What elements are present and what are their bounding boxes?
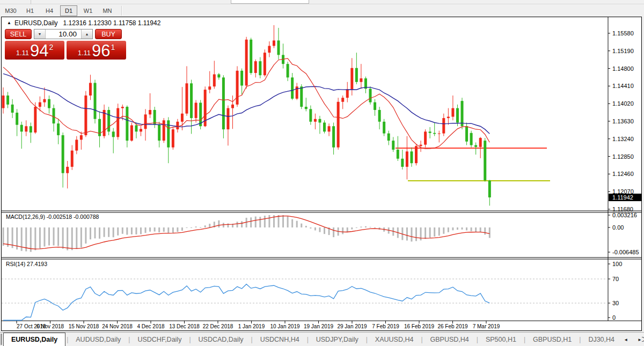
volume-stepper: ▼ ▲ bbox=[34, 29, 93, 39]
tab-bar-grip[interactable] bbox=[1, 334, 2, 345]
toolbar-divider bbox=[121, 6, 122, 16]
timeframe-button-d1[interactable]: D1 bbox=[60, 5, 77, 16]
svg-text:13 Dec 2018: 13 Dec 2018 bbox=[169, 323, 200, 329]
tab-gbpusd-h1[interactable]: GBPUSD,H1 bbox=[525, 333, 579, 346]
svg-text:1.15190: 1.15190 bbox=[612, 48, 634, 54]
symbol-tab-bar: EURUSD,Daily|AUDUSD,Daily|USDCHF,Daily|U… bbox=[0, 332, 644, 346]
ohlc-values: 1.12316 1.12330 1.11758 1.11942 bbox=[63, 19, 161, 27]
macd-indicator-label: MACD(12,26,9) -0.002518 -0.000788 bbox=[6, 214, 99, 220]
svg-text:1.13240: 1.13240 bbox=[612, 136, 634, 142]
timeframe-button-h4[interactable]: H4 bbox=[41, 5, 58, 16]
svg-text:-0.006485: -0.006485 bbox=[612, 249, 639, 255]
tab-audusd-daily[interactable]: AUDUSD,Daily bbox=[68, 333, 128, 346]
tab-items: EURUSD,Daily|AUDUSD,Daily|USDCHF,Daily|U… bbox=[3, 333, 644, 346]
svg-text:1.14800: 1.14800 bbox=[612, 65, 634, 72]
tab-xauusd-h4[interactable]: XAUUSD,H4 bbox=[368, 333, 421, 346]
ask-price-tile[interactable]: 1.11 96 1 bbox=[67, 41, 126, 60]
timeframe-buttons: M30H1H4D1W1MN bbox=[0, 5, 116, 16]
svg-text:70: 70 bbox=[612, 276, 619, 282]
svg-text:4 Dec 2018: 4 Dec 2018 bbox=[137, 323, 165, 329]
chart-canvas[interactable]: 1.155801.151901.148001.144101.140201.136… bbox=[2, 17, 641, 330]
bid-price-tile[interactable]: 1.11 94 2 bbox=[5, 41, 64, 60]
tab-usdcad-daily[interactable]: USDCAD,Daily bbox=[191, 333, 251, 346]
volume-increase-button[interactable]: ▲ bbox=[81, 30, 92, 39]
svg-text:29 Jan 2019: 29 Jan 2019 bbox=[337, 323, 367, 329]
volume-decrease-button[interactable]: ▼ bbox=[34, 30, 46, 39]
toolbar-separator bbox=[31, 0, 31, 4]
svg-text:1.12850: 1.12850 bbox=[612, 153, 634, 160]
one-click-trade-panel: SELL ▼ ▲ BUY 1.11 94 2 1.11 96 1 bbox=[5, 29, 126, 60]
timeframe-button-w1[interactable]: W1 bbox=[79, 5, 97, 16]
tab-eurusd-daily[interactable]: EURUSD,Daily bbox=[3, 333, 65, 346]
svg-text:15 Nov 2018: 15 Nov 2018 bbox=[69, 323, 99, 329]
chart-title: ▲ EURUSD,Daily 1.12316 1.12330 1.11758 1… bbox=[7, 19, 160, 27]
svg-text:100: 100 bbox=[612, 261, 622, 267]
top-cutoff-toolbar bbox=[0, 0, 644, 4]
svg-text:30: 30 bbox=[612, 300, 619, 306]
svg-text:1 Jan 2019: 1 Jan 2019 bbox=[238, 323, 265, 329]
tab-usdcnh-h4[interactable]: USDCNH,H4 bbox=[253, 333, 307, 346]
tab-scroll-arrows: ◄ ► bbox=[619, 333, 642, 346]
timeframe-button-m30[interactable]: M30 bbox=[2, 5, 19, 16]
svg-text:0.003216: 0.003216 bbox=[612, 212, 637, 218]
svg-text:0: 0 bbox=[612, 314, 616, 321]
timeframe-toolbar: M30H1H4D1W1MN bbox=[0, 4, 644, 17]
timeframe-button-h1[interactable]: H1 bbox=[21, 5, 39, 16]
svg-text:1.11942: 1.11942 bbox=[612, 194, 633, 201]
toolbar-combobox-fragment bbox=[231, 0, 309, 4]
tab-dj30-h4[interactable]: DJ30,H4 bbox=[581, 333, 622, 346]
rsi-indicator-label: RSI(14) 27.4193 bbox=[6, 261, 47, 267]
svg-text:1.14020: 1.14020 bbox=[612, 100, 634, 107]
svg-text:6 Nov 2018: 6 Nov 2018 bbox=[36, 323, 64, 329]
volume-input[interactable] bbox=[46, 30, 81, 39]
buy-button[interactable]: BUY bbox=[95, 29, 122, 39]
svg-text:7 Mar 2019: 7 Mar 2019 bbox=[473, 323, 500, 329]
svg-text:1.13630: 1.13630 bbox=[612, 118, 634, 124]
svg-text:1.12460: 1.12460 bbox=[612, 171, 634, 177]
collapse-panel-icon[interactable]: ▲ bbox=[7, 20, 11, 25]
bid-price-pips: 94 bbox=[30, 43, 48, 58]
svg-text:26 Feb 2019: 26 Feb 2019 bbox=[437, 323, 468, 329]
svg-text:0.00: 0.00 bbox=[612, 224, 624, 231]
tab-usdjpy-daily[interactable]: USDJPY,Daily bbox=[309, 333, 366, 346]
tab-sp500-h1[interactable]: SP500,H1 bbox=[478, 333, 524, 346]
svg-text:1.15580: 1.15580 bbox=[612, 30, 634, 36]
svg-text:16 Feb 2019: 16 Feb 2019 bbox=[404, 323, 435, 329]
tab-usdchf-daily[interactable]: USDCHF,Daily bbox=[130, 333, 189, 346]
bid-price-prefix: 1.11 bbox=[16, 49, 29, 57]
ask-price-point: 1 bbox=[111, 43, 115, 51]
sell-button[interactable]: SELL bbox=[5, 29, 32, 39]
tab-gbpusd-h4[interactable]: GBPUSD,H4 bbox=[423, 333, 477, 346]
svg-text:22 Dec 2018: 22 Dec 2018 bbox=[203, 323, 233, 329]
svg-text:19 Jan 2019: 19 Jan 2019 bbox=[304, 323, 333, 329]
scroll-tabs-right-icon[interactable]: ► bbox=[638, 337, 642, 342]
ask-price-prefix: 1.11 bbox=[78, 49, 91, 57]
scroll-tabs-left-icon[interactable]: ◄ bbox=[624, 337, 628, 342]
svg-text:7 Feb 2019: 7 Feb 2019 bbox=[372, 323, 399, 329]
svg-text:24 Nov 2018: 24 Nov 2018 bbox=[102, 323, 133, 329]
bid-price-point: 2 bbox=[49, 43, 54, 51]
symbol-period-label: EURUSD,Daily bbox=[14, 19, 58, 27]
svg-text:1.14410: 1.14410 bbox=[612, 83, 634, 89]
chart-window[interactable]: 1.155801.151901.148001.144101.140201.136… bbox=[1, 17, 642, 331]
ask-price-pips: 96 bbox=[92, 43, 110, 58]
timeframe-button-mn[interactable]: MN bbox=[99, 5, 116, 16]
svg-text:10 Jan 2019: 10 Jan 2019 bbox=[270, 323, 299, 329]
